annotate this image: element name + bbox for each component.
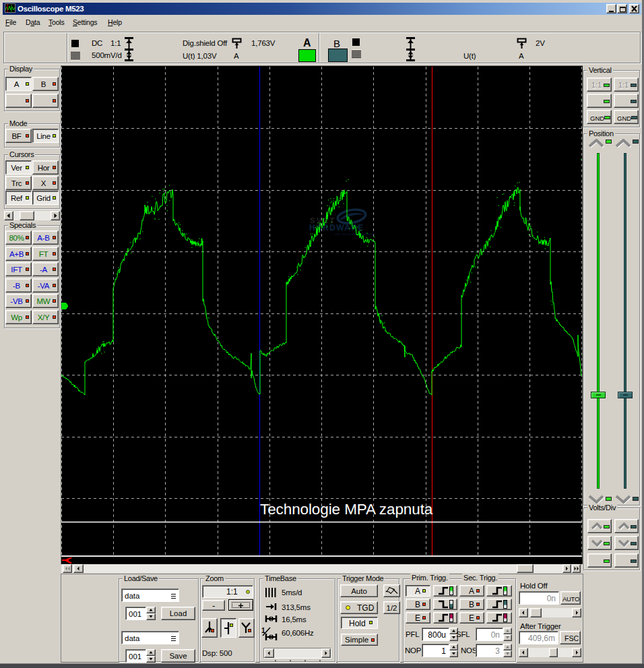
svg-text:... vše ze světa hardware: ... vše ze světa hardware [330,232,375,236]
